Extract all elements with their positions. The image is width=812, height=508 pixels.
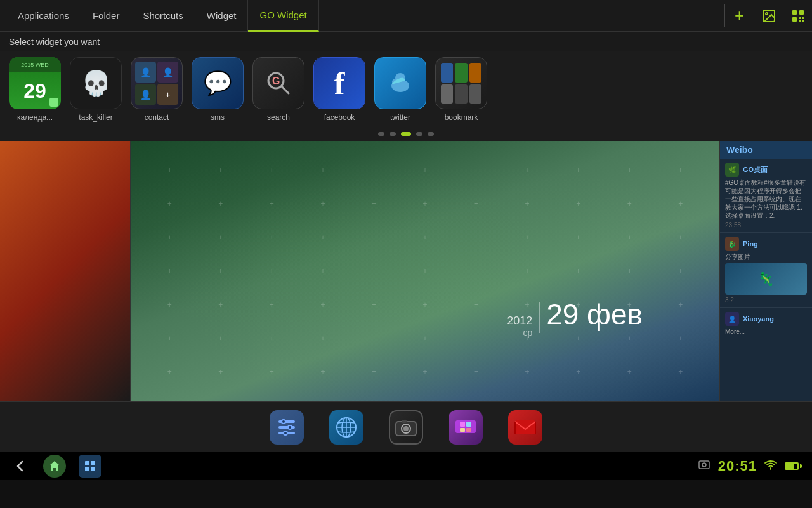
widget-item-bookmark[interactable]: bookmark	[435, 57, 487, 122]
svg-rect-32	[460, 428, 465, 432]
grid-button[interactable]	[783, 4, 806, 27]
main-preview-area: // Will be populated by JS below +++++++…	[0, 141, 812, 401]
grid-dot: +	[604, 355, 655, 389]
svg-rect-16	[278, 426, 295, 429]
weibo-item-1[interactable]: 🐉 Ping 分享图片 🦎 3 2	[720, 233, 812, 308]
weibo-item-0[interactable]: 🌿 GO桌面 #GO桌面教程#很多童鞋说有可能是因为程序开得多会把一些直接占用系…	[720, 159, 812, 233]
dot-5[interactable]	[428, 132, 434, 136]
back-button[interactable]	[10, 456, 30, 476]
widget-item-calendar[interactable]: 2015 WED 29 календа...	[9, 57, 61, 122]
home-button[interactable]	[43, 455, 66, 478]
recent-apps-button[interactable]	[79, 455, 102, 478]
battery-indicator	[785, 462, 802, 470]
dock-item-camera[interactable]	[389, 410, 423, 444]
grid-dot: +	[400, 154, 451, 187]
grid-dot: +	[502, 221, 553, 255]
tab-shortcuts[interactable]: Shortcuts	[131, 0, 195, 32]
widget-grid: 2015 WED 29 календа... 💀 task_killer 👤 👤…	[0, 51, 812, 128]
center-preview[interactable]: // Will be populated by JS below +++++++…	[130, 141, 720, 401]
widget-item-sms[interactable]: 💬 sms	[192, 57, 244, 122]
grid-overlay: // Will be populated by JS below +++++++…	[131, 141, 719, 401]
top-nav: Applications Folder Shortcuts Widget GO …	[0, 0, 812, 32]
grid-dot: +	[604, 154, 655, 187]
dock-item-settings[interactable]	[270, 410, 304, 444]
dot-1[interactable]	[378, 132, 384, 136]
svg-rect-5	[799, 17, 801, 19]
grid-dot: +	[553, 187, 604, 221]
svg-rect-37	[85, 467, 89, 471]
weibo-panel: Weibo 🌿 GO桌面 #GO桌面教程#很多童鞋说有可能是因为程序开得多会把一…	[720, 141, 812, 401]
widget-item-facebook[interactable]: f facebook	[313, 57, 365, 122]
date-widget: 2012 ср 29 фев	[507, 297, 643, 338]
grid-dot: +	[246, 288, 298, 321]
grid-dot: +	[144, 221, 195, 255]
dock-item-gmail[interactable]	[508, 410, 542, 444]
weibo-avatar-1: 🐉	[725, 237, 739, 251]
grid-dot: +	[450, 255, 502, 288]
bottom-dock	[0, 401, 812, 452]
grid-dot: +	[298, 321, 349, 355]
weibo-image-1: 🦎	[725, 263, 807, 295]
grid-dot: +	[348, 187, 400, 221]
svg-point-20	[284, 431, 287, 435]
weibo-item-2[interactable]: 👤 Xiaoyang More...	[720, 308, 812, 340]
grid-dot: +	[655, 288, 706, 321]
grid-dot: +	[246, 255, 298, 288]
sidebar-right-weibo: Weibo 🌿 GO桌面 #GO桌面教程#很多童鞋说有可能是因为程序开得多会把一…	[720, 141, 812, 401]
dot-2[interactable]	[390, 132, 396, 136]
grid-dot: +	[450, 288, 502, 321]
grid-dot: +	[450, 221, 502, 255]
grid-dot: +	[553, 255, 604, 288]
gallery-button[interactable]	[754, 4, 776, 27]
grid-dot: +	[450, 355, 502, 389]
wifi-icon	[764, 460, 777, 472]
grid-dot: +	[144, 288, 195, 321]
grid-dot: +	[502, 355, 553, 389]
nav-actions: +	[724, 4, 806, 27]
dock-item-display[interactable]	[449, 410, 483, 444]
dot-4[interactable]	[416, 132, 422, 136]
widget-item-contact[interactable]: 👤 👤 👤 + contact	[131, 57, 183, 122]
widget-item-search[interactable]: G search	[252, 57, 304, 122]
weibo-header: Weibo	[720, 141, 812, 159]
grid-dot: +	[604, 221, 655, 255]
widget-item-twitter[interactable]: twitter	[374, 57, 426, 122]
grid-dot: +	[655, 355, 706, 389]
grid-dot: +	[553, 221, 604, 255]
tab-go-widget[interactable]: GO Widget	[248, 0, 318, 32]
grid-dot: +	[655, 255, 706, 288]
grid-dot: +	[502, 255, 553, 288]
grid-dot: +	[400, 355, 451, 389]
grid-dot: +	[195, 154, 247, 187]
grid-dot: +	[450, 187, 502, 221]
dot-3[interactable]	[401, 132, 411, 136]
add-button[interactable]: +	[724, 4, 747, 27]
grid-dot: +	[246, 187, 298, 221]
grid-dot: +	[195, 321, 247, 355]
pagination-dots	[0, 128, 812, 141]
sidebar-left-preview[interactable]	[0, 141, 130, 401]
status-right-info: 20:51	[698, 458, 802, 474]
grid-dot: +	[144, 355, 195, 389]
grid-dot: +	[348, 154, 400, 187]
tab-widget[interactable]: Widget	[195, 0, 249, 32]
widget-item-task-killer[interactable]: 💀 task_killer	[70, 57, 122, 122]
grid-dot: +	[195, 255, 247, 288]
svg-rect-31	[466, 422, 471, 427]
svg-rect-35	[85, 461, 89, 465]
svg-rect-38	[91, 467, 95, 471]
grid-dot: +	[348, 288, 400, 321]
tab-folder[interactable]: Folder	[81, 0, 132, 32]
grid-dot: +	[655, 154, 706, 187]
dock-item-browser[interactable]	[329, 410, 363, 444]
grid-dot: +	[400, 255, 451, 288]
grid-dot: +	[195, 288, 247, 321]
status-bar: 20:51	[0, 452, 812, 480]
tab-applications[interactable]: Applications	[6, 0, 81, 32]
grid-dot: +	[348, 221, 400, 255]
svg-point-40	[702, 463, 706, 467]
grid-dot: +	[348, 355, 400, 389]
grid-dot: +	[400, 187, 451, 221]
screenshot-icon	[698, 458, 710, 474]
svg-rect-3	[799, 10, 804, 15]
